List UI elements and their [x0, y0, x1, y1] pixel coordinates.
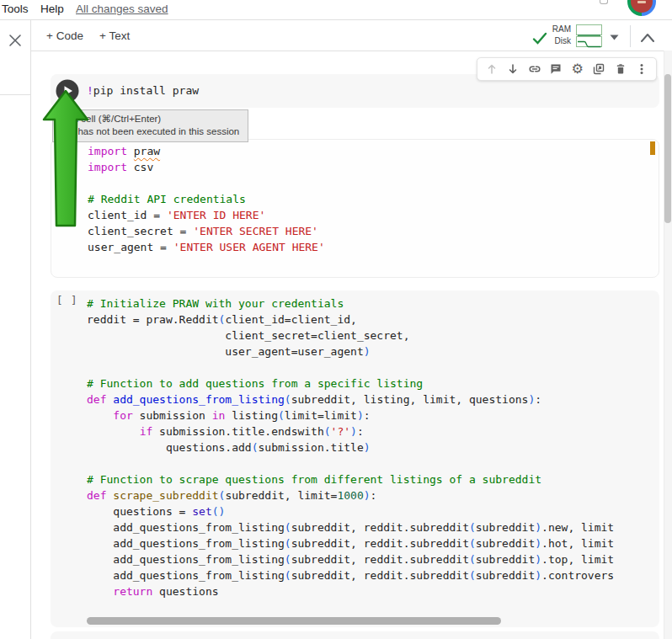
mirror-cell-in-tab-icon[interactable] — [592, 62, 606, 77]
warning-ruler-marker — [650, 141, 655, 155]
close-icon[interactable] — [8, 34, 22, 47]
move-down-icon[interactable] — [506, 62, 520, 77]
add-comment-icon[interactable] — [549, 62, 563, 77]
ram-label: RAM — [549, 24, 571, 34]
code-cell-3[interactable]: [ ] # Initialize PRAW with your credenti… — [51, 290, 659, 627]
add-text-button[interactable]: + Text — [99, 25, 130, 45]
cell-3-code[interactable]: # Initialize PRAW with your credentialsr… — [87, 296, 643, 605]
page-scrollbar-thumb[interactable] — [664, 74, 671, 223]
code-cell-4-partial[interactable] — [51, 631, 659, 639]
connected-check-icon — [532, 31, 547, 45]
cell-toolbar: ⚙ — [477, 57, 657, 81]
menu-tools[interactable]: Tools — [2, 3, 29, 15]
run-cell-tooltip: Run cell (⌘/Ctrl+Enter) cell has not bee… — [52, 109, 248, 142]
code-cell-2[interactable]: [ ] import prawimport csv # Reddit API c… — [51, 139, 659, 278]
cell-3-run-gutter[interactable]: [ ] — [56, 294, 78, 306]
insert-link-icon[interactable] — [527, 62, 541, 77]
left-sidebar — [0, 20, 31, 639]
tooltip-line-1: Run cell (⌘/Ctrl+Enter) — [61, 113, 239, 125]
menu-help[interactable]: Help — [40, 3, 64, 15]
delete-cell-icon[interactable] — [613, 62, 627, 77]
open-settings-icon[interactable]: ⚙ — [570, 62, 584, 77]
more-actions-icon[interactable] — [635, 62, 649, 77]
tooltip-line-2: cell has not been executed in this sessi… — [61, 125, 239, 138]
disk-label: Disk — [549, 36, 571, 45]
sidebar-divider — [0, 94, 30, 95]
colab-window: Tools Help All changes saved + Code + Te… — [0, 0, 672, 639]
disk-sparkline[interactable] — [576, 36, 602, 47]
avatar-image — [631, 0, 653, 13]
move-up-icon[interactable] — [484, 62, 499, 77]
dropdown-caret-icon[interactable] — [610, 35, 619, 40]
toolbar-divider — [630, 25, 631, 47]
cell-1-code[interactable]: !pip install praw — [87, 83, 643, 99]
collapse-chevron-icon[interactable] — [638, 30, 657, 45]
cell-2-code[interactable]: import prawimport csv # Reddit API crede… — [88, 143, 643, 255]
save-status-link[interactable]: All changes saved — [76, 3, 168, 15]
horizontal-scrollbar[interactable] — [87, 617, 501, 625]
ram-sparkline[interactable] — [576, 24, 602, 35]
cell-2-run-gutter[interactable]: [ ] — [57, 143, 79, 156]
menubar: Tools Help All changes saved — [0, 0, 672, 20]
run-cell-button[interactable] — [56, 79, 79, 103]
partial-icon — [600, 0, 608, 4]
add-code-button[interactable]: + Code — [46, 25, 83, 45]
